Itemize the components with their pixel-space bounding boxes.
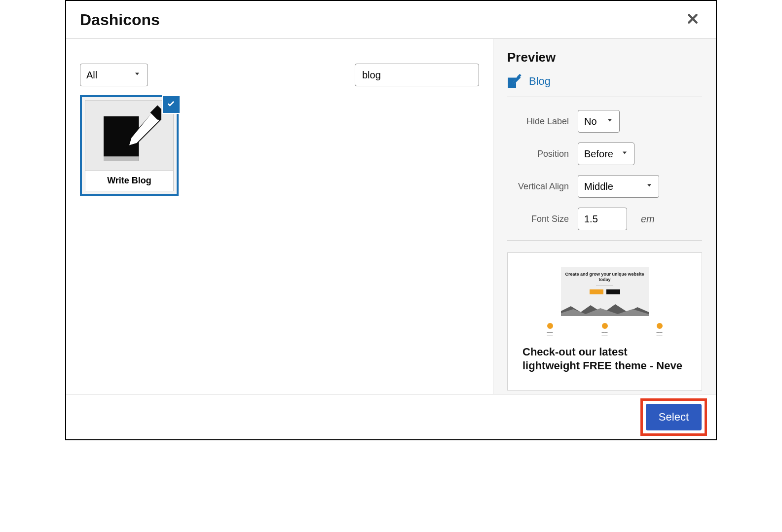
write-blog-icon	[507, 74, 522, 89]
font-size-label: Font Size	[507, 214, 569, 224]
write-blog-icon	[85, 100, 174, 171]
divider	[507, 240, 702, 241]
dialog-footer: Select	[66, 394, 716, 439]
font-size-unit: em	[641, 213, 655, 225]
vertical-align-select[interactable]: Middle	[578, 175, 659, 198]
select-button[interactable]: Select	[646, 404, 702, 430]
icon-card-write-blog[interactable]: Write Blog	[80, 95, 179, 196]
position-select[interactable]: Before	[578, 142, 634, 165]
promo-hero-cta-secondary	[606, 289, 620, 294]
svg-rect-1	[104, 156, 139, 161]
select-button-highlight: Select	[640, 398, 707, 436]
vertical-align-label: Vertical Align	[507, 181, 569, 192]
dialog-title: Dashicons	[80, 11, 160, 29]
promo-hero-title: Create and grow your unique website toda…	[561, 272, 649, 283]
icon-card-label: Write Blog	[85, 171, 174, 191]
selected-check-icon	[162, 95, 181, 114]
preview-menu-label: Blog	[529, 75, 551, 88]
promo-card: Create and grow your unique website toda…	[507, 252, 702, 390]
promo-headline: Check-out our latest lightweight FREE th…	[522, 345, 687, 372]
preview-heading: Preview	[507, 50, 702, 65]
promo-features: ————— ————— —————	[522, 323, 687, 336]
icon-browser-panel: All	[66, 39, 493, 394]
hide-label-label: Hide Label	[507, 116, 569, 127]
preview-menu-item: Blog	[507, 74, 702, 97]
promo-hero-image: Create and grow your unique website toda…	[561, 267, 649, 316]
preview-panel: Preview Blog Hide Label No	[493, 39, 716, 394]
position-label: Position	[507, 149, 569, 159]
close-icon[interactable]	[683, 10, 702, 30]
dialog-header: Dashicons	[66, 1, 716, 39]
hide-label-select[interactable]: No	[578, 110, 620, 133]
promo-hero-cta-primary	[590, 289, 603, 294]
category-filter-select[interactable]: All	[80, 64, 148, 86]
icon-search-input[interactable]	[355, 64, 479, 86]
font-size-input[interactable]	[578, 208, 627, 230]
promo-hero-subtitle: ———————	[596, 284, 613, 286]
mountains-icon	[561, 302, 649, 316]
